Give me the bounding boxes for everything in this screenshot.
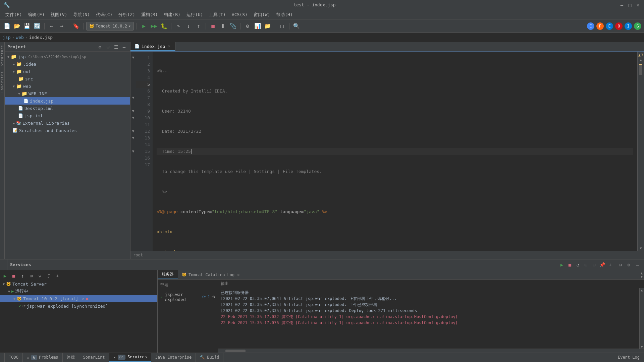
tree-desktop-iml[interactable]: 📄 Desktop.iml xyxy=(5,105,130,112)
forward-button[interactable]: → xyxy=(57,22,66,31)
menu-code[interactable]: 代码(C) xyxy=(93,11,115,19)
svc-tomcat-local[interactable]: ▼ 🐱 Tomcat 10.0.2 [local] ↺ ■ xyxy=(0,295,157,302)
services-pin-button[interactable]: 📌 xyxy=(598,261,606,268)
firefox-icon[interactable]: F xyxy=(596,22,604,30)
tree-webinf-folder[interactable]: ▼ 📁 WEB-INF xyxy=(5,90,130,97)
svc-filter2-button[interactable]: ▽ xyxy=(36,272,44,280)
deploy-action-2[interactable]: ⤴ xyxy=(208,295,210,299)
svc-expand-button[interactable]: ↕ xyxy=(19,272,26,280)
structure-label[interactable]: Structure xyxy=(0,42,5,69)
bottom-tab-services[interactable]: ☁ 8: Services xyxy=(109,353,151,362)
tree-web-folder[interactable]: ▼ 📁 web xyxy=(5,82,130,90)
scroll-thumb[interactable] xyxy=(639,65,642,75)
tree-root[interactable]: ▼ 📁 jsp C:\Users\32140\Desktop\jsp xyxy=(5,53,130,60)
svc-jump-button[interactable]: ⤴ xyxy=(45,272,52,280)
terminal-button[interactable]: □ xyxy=(278,22,286,31)
breadcrumb-web[interactable]: web xyxy=(16,35,23,40)
close-button[interactable]: ✕ xyxy=(635,2,641,8)
build-button[interactable]: ▶ xyxy=(140,22,148,31)
search-button[interactable]: 🔍 xyxy=(292,22,301,31)
menu-analyze[interactable]: 分析(Z) xyxy=(116,11,138,19)
services-group-button[interactable]: ⊞ xyxy=(582,261,590,268)
services-add-button[interactable]: + xyxy=(606,261,614,268)
svc-stop-button[interactable]: ■ xyxy=(10,272,17,280)
opera-icon[interactable]: O xyxy=(615,22,623,30)
output-hscroll-thumb[interactable] xyxy=(225,350,246,352)
step-in-button[interactable]: ↓ xyxy=(184,22,193,31)
services-run-button[interactable]: ▶ xyxy=(558,261,566,268)
step-over-button[interactable]: ↷ xyxy=(174,22,183,31)
fold-9[interactable]: ▼ xyxy=(130,108,136,115)
tomcat-config-dropdown[interactable]: 🐱 Tomcat 10.0.2 ▾ xyxy=(86,22,134,31)
chrome-icon[interactable]: C xyxy=(587,22,594,30)
fold-10[interactable]: ▼ xyxy=(130,115,136,121)
fold-13[interactable]: ▼ xyxy=(130,135,136,141)
favorites-label[interactable]: Favorites xyxy=(0,69,5,95)
tree-scratches[interactable]: 📝 Scratches and Consoles xyxy=(5,127,130,134)
services-close-icon[interactable]: — xyxy=(634,261,641,268)
project-minimize-icon[interactable]: — xyxy=(121,44,127,50)
maximize-button[interactable]: □ xyxy=(627,2,633,8)
attach-button[interactable]: 📎 xyxy=(229,22,237,31)
debug-button[interactable]: 🐛 xyxy=(160,22,168,31)
bottom-tab-terminal[interactable]: 终端 xyxy=(63,353,79,362)
fold-7[interactable]: ▼ xyxy=(130,95,136,101)
bottom-tab-java-enterprise[interactable]: Java Enterprise xyxy=(151,353,196,362)
run-button[interactable]: ▶▶ xyxy=(150,22,158,31)
run-config-button[interactable]: ⚙ xyxy=(243,22,252,31)
services-scroll-down[interactable]: ▼ xyxy=(641,275,643,279)
open-button[interactable]: 📂 xyxy=(13,22,21,31)
stop-button[interactable]: ■ xyxy=(209,22,217,31)
fold-15[interactable]: ▼ xyxy=(130,148,136,155)
svc-restart-button[interactable]: ▶ xyxy=(1,272,9,280)
menu-run[interactable]: 运行(U) xyxy=(184,11,206,19)
svc-artifact[interactable]: ✓ ⟳ jsp:war exploded [Synchronized] xyxy=(0,302,157,310)
services-tab-server[interactable]: 服务器 xyxy=(158,270,178,279)
scroll-down-arrow[interactable]: ▼ xyxy=(640,246,642,250)
file-button[interactable]: 📁 xyxy=(263,22,272,31)
menu-file[interactable]: 文件(F) xyxy=(3,11,24,19)
services-filter-button[interactable]: ⊟ xyxy=(590,261,598,268)
bottom-tab-problems[interactable]: ⚠ 6 Problems xyxy=(23,353,63,362)
new-file-button[interactable]: 📄 xyxy=(3,22,11,31)
svc-running[interactable]: ▼ ▶ 运行中 xyxy=(0,288,157,295)
edge-icon[interactable]: E xyxy=(606,22,613,30)
fold-1[interactable]: ▼ xyxy=(130,54,136,61)
tab-close-button[interactable]: ✕ xyxy=(167,43,171,49)
tree-index-jsp[interactable]: 📄 index.jsp xyxy=(5,97,130,105)
ie-icon[interactable]: I xyxy=(625,22,632,30)
breadcrumb-file[interactable]: index.jsp xyxy=(29,35,53,40)
menu-refactor[interactable]: 重构(R) xyxy=(139,11,160,19)
bottom-tab-sonarlint[interactable]: SonarLint xyxy=(79,353,109,362)
catalina-tab-close-button[interactable]: ✕ xyxy=(236,272,240,278)
tree-out-folder[interactable]: ▼ 📁 out xyxy=(5,68,130,75)
pause-button[interactable]: ⏸ xyxy=(219,22,227,31)
menu-help[interactable]: 帮助(H) xyxy=(273,11,295,19)
bookmark-button[interactable]: 🔖 xyxy=(72,22,80,31)
menu-build[interactable]: 构建(B) xyxy=(161,11,183,19)
services-tab-catalina[interactable]: 🐱 Tomcat Catalina Log ✕ xyxy=(178,270,245,279)
tree-src-folder[interactable]: 📁 src xyxy=(5,75,130,82)
deploy-action-3[interactable]: ⟲ xyxy=(212,295,215,299)
minimize-button[interactable]: — xyxy=(619,2,625,8)
bottom-tab-build[interactable]: 🔨 Build xyxy=(196,353,223,362)
svc-tomcat-server[interactable]: ▼ 🐱 Tomcat Server xyxy=(0,280,157,288)
menu-tools[interactable]: 工具(T) xyxy=(206,11,228,19)
bottom-tab-event-log[interactable]: Event Log xyxy=(614,353,644,362)
project-gear-icon[interactable]: ⚙ xyxy=(97,44,103,50)
svc-action-restart[interactable]: ↺ xyxy=(82,297,85,301)
tree-idea-folder[interactable]: ▶ 📁 .idea xyxy=(5,60,130,68)
menu-window[interactable]: 窗口(W) xyxy=(251,11,273,19)
editor-scrollbar[interactable]: ▲ 7 ▲ ▼ xyxy=(637,52,644,251)
svc-group2-button[interactable]: ⊞ xyxy=(28,272,35,280)
svc-add2-button[interactable]: + xyxy=(54,272,61,280)
back-button[interactable]: ← xyxy=(47,22,56,31)
breadcrumb-jsp[interactable]: jsp xyxy=(3,35,10,40)
scroll-up-arrow[interactable]: ▲ xyxy=(640,58,642,62)
code-editor[interactable]: <%-- Created by IntelliJ IDEA. User: 321… xyxy=(153,52,637,251)
services-settings-icon[interactable]: ⚙ xyxy=(625,261,633,268)
sync-button[interactable]: 🔄 xyxy=(33,22,42,31)
menu-navigate[interactable]: 导航(N) xyxy=(70,11,92,19)
step-out-button[interactable]: ↑ xyxy=(194,22,203,31)
services-stop-button[interactable]: ■ xyxy=(566,261,574,268)
